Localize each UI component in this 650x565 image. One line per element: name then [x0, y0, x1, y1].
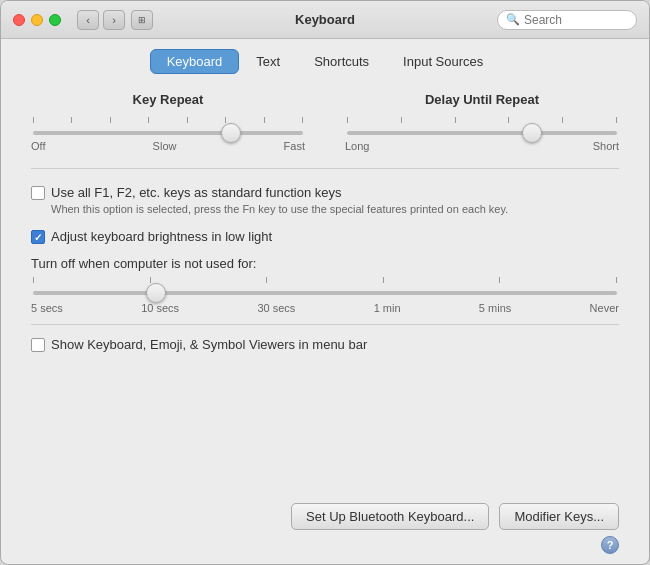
tick — [110, 117, 111, 123]
show-viewers-label: Show Keyboard, Emoji, & Symbol Viewers i… — [51, 337, 367, 352]
turn-off-marks: 5 secs 10 secs 30 secs 1 min 5 mins Neve… — [31, 302, 619, 314]
tab-text[interactable]: Text — [239, 49, 297, 74]
brightness-label: Adjust keyboard brightness in low light — [51, 229, 272, 244]
fn-keys-text: Use all F1, F2, etc. keys as standard fu… — [51, 185, 619, 217]
search-box[interactable]: 🔍 — [497, 10, 637, 30]
fn-keys-sublabel: When this option is selected, press the … — [51, 202, 619, 217]
nav-buttons: ‹ › — [77, 10, 125, 30]
maximize-button[interactable] — [49, 14, 61, 26]
key-repeat-label: Key Repeat — [31, 92, 305, 107]
key-repeat-group: Key Repeat Off S — [31, 92, 305, 152]
turn-off-5s: 5 secs — [31, 302, 63, 314]
key-repeat-slider[interactable] — [33, 131, 303, 135]
sliders-row: Key Repeat Off S — [31, 92, 619, 169]
turn-off-30s: 30 secs — [257, 302, 295, 314]
tick — [266, 277, 267, 283]
help-row: ? — [1, 530, 649, 564]
titlebar: ‹ › ⊞ Keyboard 🔍 — [1, 1, 649, 39]
delay-repeat-group: Delay Until Repeat Long Short — [345, 92, 619, 152]
window: ‹ › ⊞ Keyboard 🔍 Keyboard Text Shortcuts… — [0, 0, 650, 565]
modifier-keys-button[interactable]: Modifier Keys... — [499, 503, 619, 530]
delay-repeat-slider[interactable] — [347, 131, 617, 135]
forward-button[interactable]: › — [103, 10, 125, 30]
back-button[interactable]: ‹ — [77, 10, 99, 30]
tick — [302, 117, 303, 123]
tick — [71, 117, 72, 123]
delay-repeat-slider-wrapper — [345, 117, 619, 138]
tick — [383, 277, 384, 283]
content: Key Repeat Off S — [1, 82, 649, 503]
traffic-lights — [13, 14, 61, 26]
tick — [499, 277, 500, 283]
turn-off-10s: 10 secs — [141, 302, 179, 314]
help-button[interactable]: ? — [601, 536, 619, 554]
close-button[interactable] — [13, 14, 25, 26]
tick — [455, 117, 456, 123]
brightness-checkbox[interactable] — [31, 230, 45, 244]
tick — [150, 277, 151, 283]
turn-off-slider-wrapper — [31, 277, 619, 298]
turn-off-slider[interactable] — [33, 291, 617, 295]
turn-off-slider-area: 5 secs 10 secs 30 secs 1 min 5 mins Neve… — [31, 277, 619, 314]
grid-button[interactable]: ⊞ — [131, 10, 153, 30]
bottom-buttons-row: Set Up Bluetooth Keyboard... Modifier Ke… — [1, 503, 649, 530]
tick — [33, 277, 34, 283]
turn-off-1m: 1 min — [374, 302, 401, 314]
show-viewers-row: Show Keyboard, Emoji, & Symbol Viewers i… — [31, 337, 619, 352]
fn-keys-row: Use all F1, F2, etc. keys as standard fu… — [31, 185, 619, 217]
key-repeat-slider-wrapper — [31, 117, 305, 138]
bluetooth-keyboard-button[interactable]: Set Up Bluetooth Keyboard... — [291, 503, 489, 530]
tick — [508, 117, 509, 123]
minimize-button[interactable] — [31, 14, 43, 26]
delay-repeat-label: Delay Until Repeat — [345, 92, 619, 107]
tab-shortcuts[interactable]: Shortcuts — [297, 49, 386, 74]
turn-off-5m: 5 mins — [479, 302, 511, 314]
tick — [187, 117, 188, 123]
tick — [562, 117, 563, 123]
tick — [264, 117, 265, 123]
turn-off-label: Turn off when computer is not used for: — [31, 256, 619, 271]
fn-keys-label: Use all F1, F2, etc. keys as standard fu… — [51, 185, 619, 200]
divider — [31, 324, 619, 325]
tick — [225, 117, 226, 123]
key-repeat-ticks — [33, 117, 303, 123]
window-title: Keyboard — [295, 12, 355, 27]
tab-keyboard[interactable]: Keyboard — [150, 49, 240, 74]
tabbar: Keyboard Text Shortcuts Input Sources — [1, 39, 649, 82]
search-input[interactable] — [524, 13, 628, 27]
tick — [616, 117, 617, 123]
tick — [33, 117, 34, 123]
turn-off-ticks — [33, 277, 617, 283]
tab-input-sources[interactable]: Input Sources — [386, 49, 500, 74]
tick — [401, 117, 402, 123]
fn-keys-checkbox[interactable] — [31, 186, 45, 200]
search-icon: 🔍 — [506, 13, 520, 26]
delay-repeat-ticks — [347, 117, 617, 123]
tick — [616, 277, 617, 283]
brightness-row: Adjust keyboard brightness in low light — [31, 229, 619, 244]
show-viewers-checkbox[interactable] — [31, 338, 45, 352]
turn-off-never: Never — [590, 302, 619, 314]
tick — [148, 117, 149, 123]
tick — [347, 117, 348, 123]
